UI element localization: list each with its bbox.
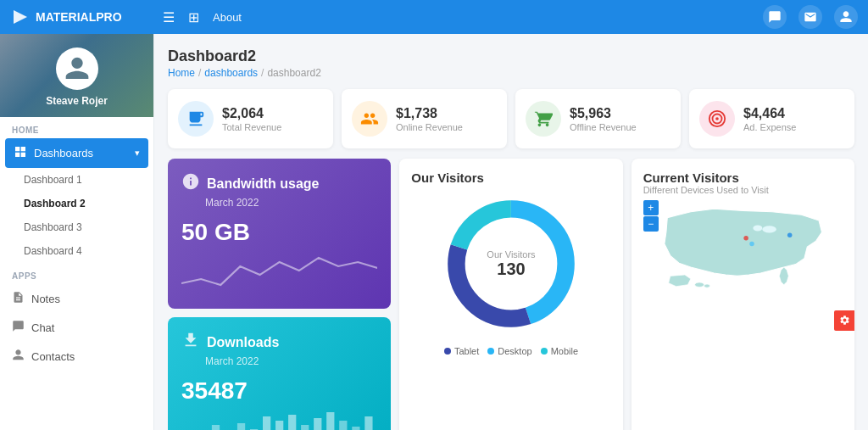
top-nav: MATERIALPRO ☰ ⊞ About <box>0 0 868 34</box>
mobile-label: Mobile <box>551 346 578 356</box>
total-revenue-icon <box>178 101 214 137</box>
hamburger-icon[interactable]: ☰ <box>163 9 175 25</box>
sidebar-item-dashboard2[interactable]: Dashboard 2 <box>0 192 153 215</box>
dl-title: Downloads <box>207 335 279 350</box>
main-content: Dashboard2 Home / dashboards / dashboard… <box>154 34 868 430</box>
bw-title: Bandwidth usage <box>207 176 319 192</box>
dashboard1-label: Dashboard 1 <box>24 174 82 186</box>
svg-rect-17 <box>352 427 359 430</box>
chat-icon <box>12 320 25 335</box>
sidebar-item-contacts[interactable]: Contacts <box>0 342 153 371</box>
chat-bubble-icon[interactable] <box>763 5 787 29</box>
dashboard3-label: Dashboard 3 <box>24 221 82 233</box>
avatar <box>56 47 98 90</box>
bandwidth-icon <box>181 172 200 195</box>
dashboard2-label: Dashboard 2 <box>24 198 86 209</box>
desktop-label: Desktop <box>498 346 531 356</box>
svg-marker-0 <box>14 10 27 24</box>
sidebar-item-dashboard3[interactable]: Dashboard 3 <box>0 215 153 239</box>
settings-icon[interactable] <box>834 310 854 331</box>
online-revenue-amount: $1,738 <box>396 106 463 121</box>
svg-rect-11 <box>275 421 283 430</box>
donut-center-label: Our Visitors <box>487 249 535 260</box>
notes-label: Notes <box>31 293 60 305</box>
svg-point-29 <box>743 236 748 241</box>
svg-point-26 <box>704 284 709 288</box>
brand-name: MATERIALPRO <box>36 10 122 24</box>
legend-desktop: Desktop <box>487 346 531 356</box>
mail-icon[interactable] <box>798 5 822 29</box>
sidebar: Steave Rojer HOME Dashboards ▾ Dashboard… <box>0 34 154 430</box>
svg-rect-6 <box>212 425 220 430</box>
bw-chart <box>181 249 377 295</box>
nav-link-about[interactable]: About <box>213 11 242 24</box>
dashboard4-label: Dashboard 4 <box>24 245 82 257</box>
brand: MATERIALPRO <box>10 7 163 27</box>
map-card: Current Visitors Different Devices Used … <box>632 159 854 430</box>
grid-icon[interactable]: ⊞ <box>188 9 199 25</box>
dashboards-icon <box>14 145 27 161</box>
sidebar-item-dashboards[interactable]: Dashboards ▾ <box>5 138 148 168</box>
svg-rect-18 <box>364 416 372 430</box>
downloads-card: Downloads March 2022 35487 <box>168 317 391 430</box>
legend-tablet: Tablet <box>444 346 479 356</box>
svg-point-27 <box>749 242 754 247</box>
dl-chart <box>181 408 377 430</box>
breadcrumb-home[interactable]: Home <box>168 67 195 79</box>
sidebar-item-notes[interactable]: Notes <box>0 284 153 313</box>
dl-value: 35487 <box>181 377 377 405</box>
online-revenue-icon <box>352 101 387 137</box>
breadcrumb-dashboards[interactable]: dashboards <box>204 67 258 79</box>
sidebar-item-chat[interactable]: Chat <box>0 313 153 342</box>
stat-card-online-revenue: $1,738 Online Revenue <box>342 89 507 148</box>
chevron-down-icon: ▾ <box>135 148 140 159</box>
svg-point-24 <box>753 226 762 232</box>
sidebar-item-dashboard1[interactable]: Dashboard 1 <box>0 168 153 192</box>
contacts-label: Contacts <box>31 350 75 363</box>
svg-point-28 <box>787 233 793 238</box>
ad-expense-icon <box>699 101 735 137</box>
main-layout: Steave Rojer HOME Dashboards ▾ Dashboard… <box>0 34 868 430</box>
offline-revenue-label: Offline Revenue <box>570 122 637 132</box>
breadcrumb-sep1: / <box>198 67 201 79</box>
user-avatar-icon[interactable] <box>834 5 858 29</box>
map-area: + − <box>643 200 843 430</box>
dl-subtitle: March 2022 <box>205 355 377 367</box>
map-title: Current Visitors <box>643 170 843 185</box>
ad-expense-info: $4,464 Ad. Expense <box>743 106 796 132</box>
svg-rect-16 <box>339 421 347 430</box>
donut-chart: Our Visitors 130 <box>439 192 583 336</box>
top-nav-right <box>763 5 858 29</box>
downloads-icon <box>181 331 200 354</box>
bw-subtitle: March 2022 <box>205 197 377 209</box>
map-zoom-controls: + − <box>643 200 659 232</box>
total-revenue-info: $2,064 Total Revenue <box>222 106 281 132</box>
page-title: Dashboard2 <box>168 47 854 65</box>
brand-logo-icon <box>10 7 31 27</box>
total-revenue-amount: $2,064 <box>222 106 281 121</box>
bw-header: Bandwidth usage <box>181 172 377 195</box>
mobile-dot <box>541 348 548 355</box>
offline-revenue-amount: $5,963 <box>570 106 637 121</box>
dashboards-label: Dashboards <box>34 147 93 159</box>
svg-rect-13 <box>301 425 309 430</box>
left-charts-col: Bandwidth usage March 2022 50 GB <box>168 159 391 430</box>
top-nav-center: ☰ ⊞ About <box>163 9 763 25</box>
svg-point-23 <box>762 226 776 232</box>
zoom-in-button[interactable]: + <box>643 200 659 215</box>
offline-revenue-info: $5,963 Offline Revenue <box>570 106 637 132</box>
svg-rect-12 <box>288 415 296 430</box>
us-map-svg <box>643 200 843 293</box>
tablet-dot <box>444 348 451 355</box>
desktop-dot <box>487 348 494 355</box>
bw-value: 50 GB <box>181 219 377 246</box>
online-revenue-info: $1,738 Online Revenue <box>396 106 463 132</box>
sidebar-item-dashboard4[interactable]: Dashboard 4 <box>0 239 153 263</box>
sidebar-user: Steave Rojer <box>0 34 153 117</box>
online-revenue-label: Online Revenue <box>396 122 463 132</box>
svg-rect-10 <box>263 416 270 430</box>
svg-point-3 <box>715 117 719 120</box>
zoom-out-button[interactable]: − <box>643 216 659 232</box>
breadcrumb: Home / dashboards / dashboard2 <box>168 67 854 79</box>
user-name: Steave Rojer <box>46 95 108 107</box>
